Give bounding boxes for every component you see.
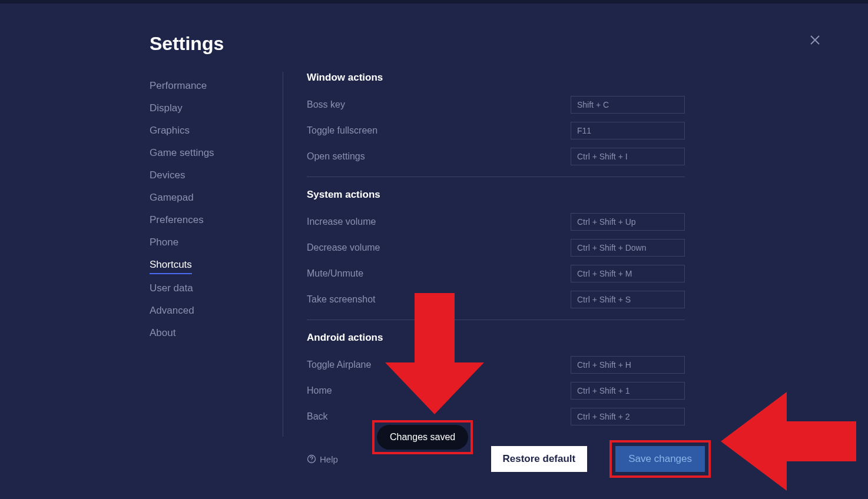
sidebar-item-game-settings[interactable]: Game settings bbox=[150, 142, 267, 165]
shortcut-label: Decrease volume bbox=[307, 242, 380, 253]
shortcut-row: Toggle Airplane Ctrl + Shift + H bbox=[307, 352, 685, 378]
shortcut-input-volume-down[interactable]: Ctrl + Shift + Down bbox=[571, 239, 685, 257]
shortcut-input-mute[interactable]: Ctrl + Shift + M bbox=[571, 265, 685, 282]
shortcut-input-fullscreen[interactable]: F11 bbox=[571, 122, 685, 139]
help-label: Help bbox=[320, 454, 338, 464]
top-border bbox=[0, 0, 868, 4]
save-changes-button[interactable]: Save changes bbox=[615, 446, 705, 472]
close-icon bbox=[809, 34, 821, 46]
shortcut-label: Take screenshot bbox=[307, 294, 376, 305]
shortcut-row: Boss key Shift + C bbox=[307, 92, 685, 118]
section-title-system-actions: System actions bbox=[307, 189, 685, 209]
section-divider bbox=[307, 320, 685, 320]
shortcut-input-screenshot[interactable]: Ctrl + Shift + S bbox=[571, 291, 685, 308]
shortcut-label: Toggle Airplane bbox=[307, 360, 371, 370]
help-link[interactable]: Help bbox=[307, 454, 338, 464]
restore-default-button[interactable]: Restore default bbox=[491, 446, 588, 472]
shortcut-row: Home Ctrl + Shift + 1 bbox=[307, 378, 685, 404]
section-divider bbox=[307, 177, 685, 177]
shortcut-label: Home bbox=[307, 385, 332, 396]
shortcut-input-airplane[interactable]: Ctrl + Shift + H bbox=[571, 356, 685, 374]
sidebar-item-display[interactable]: Display bbox=[150, 98, 267, 120]
sidebar-item-user-data[interactable]: User data bbox=[150, 278, 267, 300]
footer-bar: Help Restore default Save changes bbox=[307, 440, 711, 478]
shortcut-label: Toggle fullscreen bbox=[307, 125, 377, 136]
shortcut-row: Increase volume Ctrl + Shift + Up bbox=[307, 209, 685, 235]
shortcut-label: Back bbox=[307, 411, 328, 422]
annotation-highlight-toast: Changes saved bbox=[372, 420, 473, 454]
sidebar-item-shortcuts[interactable]: Shortcuts bbox=[150, 254, 192, 274]
shortcut-row: Toggle fullscreen F11 bbox=[307, 118, 685, 144]
annotation-arrow-left bbox=[721, 392, 856, 491]
svg-marker-2 bbox=[385, 293, 484, 414]
sidebar-item-preferences[interactable]: Preferences bbox=[150, 209, 267, 232]
close-button[interactable] bbox=[808, 33, 822, 47]
sidebar-item-performance[interactable]: Performance bbox=[150, 75, 267, 98]
shortcut-input-volume-up[interactable]: Ctrl + Shift + Up bbox=[571, 213, 685, 231]
svg-point-1 bbox=[311, 461, 312, 461]
svg-marker-3 bbox=[721, 392, 856, 491]
annotation-highlight-save: Save changes bbox=[609, 440, 711, 478]
shortcut-row: Back Ctrl + Shift + 2 bbox=[307, 404, 685, 430]
shortcut-input-open-settings[interactable]: Ctrl + Shift + I bbox=[571, 148, 685, 165]
shortcut-label: Mute/Unmute bbox=[307, 268, 363, 279]
shortcut-label: Boss key bbox=[307, 99, 345, 110]
section-title-android-actions: Android actions bbox=[307, 332, 685, 352]
annotation-arrow-down bbox=[385, 293, 484, 414]
toast-changes-saved: Changes saved bbox=[377, 425, 468, 450]
sidebar-item-phone[interactable]: Phone bbox=[150, 232, 267, 254]
shortcut-row: Take screenshot Ctrl + Shift + S bbox=[307, 287, 685, 312]
sidebar-item-gamepad[interactable]: Gamepad bbox=[150, 187, 267, 209]
shortcut-input-home[interactable]: Ctrl + Shift + 1 bbox=[571, 382, 685, 400]
shortcut-input-boss-key[interactable]: Shift + C bbox=[571, 96, 685, 114]
shortcut-row: Open settings Ctrl + Shift + I bbox=[307, 144, 685, 169]
sidebar-item-graphics[interactable]: Graphics bbox=[150, 120, 267, 142]
shortcut-input-back[interactable]: Ctrl + Shift + 2 bbox=[571, 408, 685, 425]
shortcut-label: Increase volume bbox=[307, 217, 376, 227]
shortcut-row: Mute/Unmute Ctrl + Shift + M bbox=[307, 261, 685, 287]
sidebar-item-devices[interactable]: Devices bbox=[150, 165, 267, 187]
shortcut-row: Decrease volume Ctrl + Shift + Down bbox=[307, 235, 685, 261]
sidebar-item-about[interactable]: About bbox=[150, 322, 267, 345]
shortcut-label: Open settings bbox=[307, 151, 365, 162]
vertical-divider bbox=[283, 72, 283, 437]
settings-sidebar: Performance Display Graphics Game settin… bbox=[150, 75, 267, 345]
section-title-window-actions: Window actions bbox=[307, 72, 685, 92]
settings-content: Window actions Boss key Shift + C Toggle… bbox=[307, 72, 685, 430]
help-icon bbox=[307, 454, 316, 464]
sidebar-item-advanced[interactable]: Advanced bbox=[150, 300, 267, 322]
page-title: Settings bbox=[150, 33, 224, 55]
